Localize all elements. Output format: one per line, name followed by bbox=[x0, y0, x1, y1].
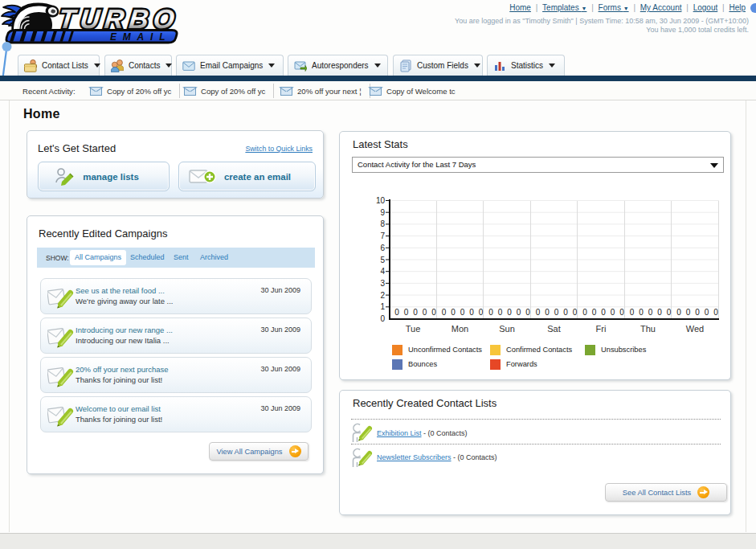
svg-text:EMAIL: EMAIL bbox=[110, 31, 171, 43]
